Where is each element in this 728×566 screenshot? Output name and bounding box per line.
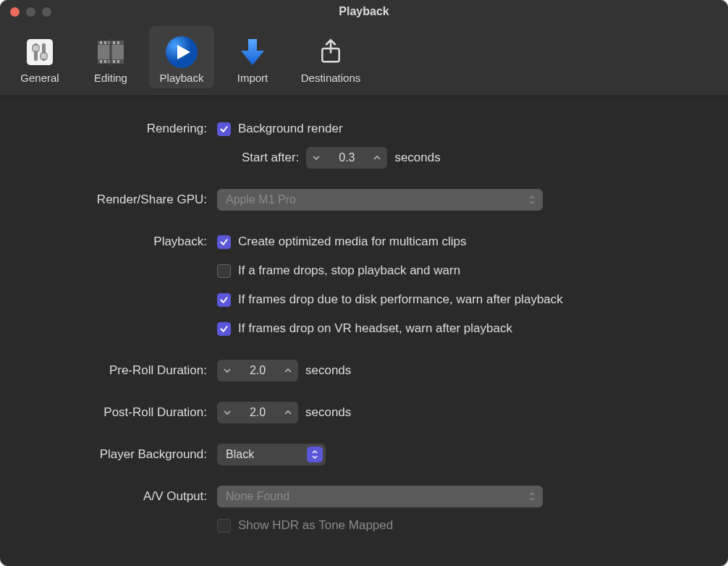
svg-rect-4 <box>41 53 47 59</box>
toolbar: General Editing <box>0 23 728 96</box>
postroll-stepper[interactable]: 2.0 <box>217 402 298 423</box>
tab-label: General <box>20 72 59 84</box>
select-value: None Found <box>226 490 289 503</box>
background-render-checkbox[interactable] <box>217 122 231 136</box>
svg-rect-9 <box>104 41 106 44</box>
background-render-label: Background render <box>238 122 343 136</box>
stopwarn-checkbox[interactable] <box>217 264 231 278</box>
tab-import[interactable]: Import <box>220 26 285 88</box>
tab-editing[interactable]: Editing <box>78 26 143 88</box>
stepper-value: 2.0 <box>237 360 278 381</box>
stepper-decrement[interactable] <box>217 402 237 423</box>
svg-rect-0 <box>27 39 53 65</box>
render-gpu-label: Render/Share GPU: <box>29 193 217 207</box>
hdr-label: Show HDR as Tone Mapped <box>238 518 393 533</box>
preroll-stepper[interactable]: 2.0 <box>217 360 298 381</box>
minimize-window-button[interactable] <box>26 7 35 17</box>
share-icon <box>313 34 349 70</box>
rendering-label: Rendering: <box>29 122 217 136</box>
unit-label: seconds <box>305 405 351 420</box>
preferences-window: Playback General <box>0 0 728 566</box>
stepper-decrement[interactable] <box>217 360 237 381</box>
slider-icon <box>22 34 58 70</box>
close-window-button[interactable] <box>10 7 20 17</box>
updown-icon <box>524 489 540 504</box>
svg-rect-14 <box>104 60 106 63</box>
multicam-label: Create optimized media for multicam clip… <box>238 235 467 249</box>
stepper-increment[interactable] <box>278 402 298 423</box>
unit-label: seconds <box>394 151 440 165</box>
diskperf-label: If frames drop due to disk performance, … <box>238 292 563 307</box>
diskperf-checkbox[interactable] <box>217 293 231 307</box>
svg-rect-8 <box>100 41 102 44</box>
svg-rect-11 <box>113 41 115 44</box>
player-bg-label: Player Background: <box>29 447 217 462</box>
av-output-label: A/V Output: <box>29 489 217 504</box>
svg-rect-13 <box>100 60 102 63</box>
select-value: Black <box>226 448 254 461</box>
svg-rect-3 <box>33 45 39 51</box>
start-after-stepper[interactable]: 0.3 <box>306 147 387 169</box>
av-output-select: None Found <box>217 486 543 507</box>
tab-playback[interactable]: Playback <box>149 26 214 88</box>
multicam-checkbox[interactable] <box>217 235 231 249</box>
stopwarn-label: If a frame drops, stop playback and warn <box>238 263 460 278</box>
hdr-checkbox <box>217 519 231 533</box>
updown-icon <box>524 192 540 208</box>
updown-icon <box>307 447 323 462</box>
svg-rect-12 <box>117 41 119 44</box>
tab-label: Import <box>237 72 268 84</box>
stepper-value: 2.0 <box>237 402 278 423</box>
tab-general[interactable]: General <box>7 26 72 88</box>
render-gpu-select: Apple M1 Pro <box>217 189 543 211</box>
player-bg-select[interactable]: Black <box>217 444 326 465</box>
start-after-label: Start after: <box>242 151 299 165</box>
titlebar: Playback <box>0 0 728 23</box>
tab-label: Editing <box>94 72 127 84</box>
zoom-window-button[interactable] <box>42 7 51 17</box>
filmstrip-icon <box>93 34 129 70</box>
select-value: Apple M1 Pro <box>226 193 296 206</box>
tab-label: Destinations <box>301 72 361 84</box>
vr-checkbox[interactable] <box>217 322 231 336</box>
play-icon <box>164 34 200 70</box>
svg-rect-18 <box>110 39 112 65</box>
tab-destinations[interactable]: Destinations <box>291 26 371 88</box>
stepper-decrement[interactable] <box>306 147 326 169</box>
vr-label: If frames drop on VR headset, warn after… <box>238 321 512 336</box>
tab-label: Playback <box>160 72 204 84</box>
stepper-increment[interactable] <box>367 147 387 169</box>
playback-label: Playback: <box>29 235 217 249</box>
window-title: Playback <box>0 5 728 18</box>
svg-rect-17 <box>117 60 119 63</box>
stepper-increment[interactable] <box>278 360 298 381</box>
svg-rect-16 <box>113 60 115 63</box>
postroll-label: Post-Roll Duration: <box>29 405 217 420</box>
unit-label: seconds <box>305 363 351 378</box>
preferences-content: Rendering: Background render Start after… <box>0 96 728 566</box>
download-arrow-icon <box>234 34 271 70</box>
preroll-label: Pre-Roll Duration: <box>29 363 217 378</box>
window-controls <box>0 7 51 17</box>
stepper-value: 0.3 <box>326 147 367 169</box>
